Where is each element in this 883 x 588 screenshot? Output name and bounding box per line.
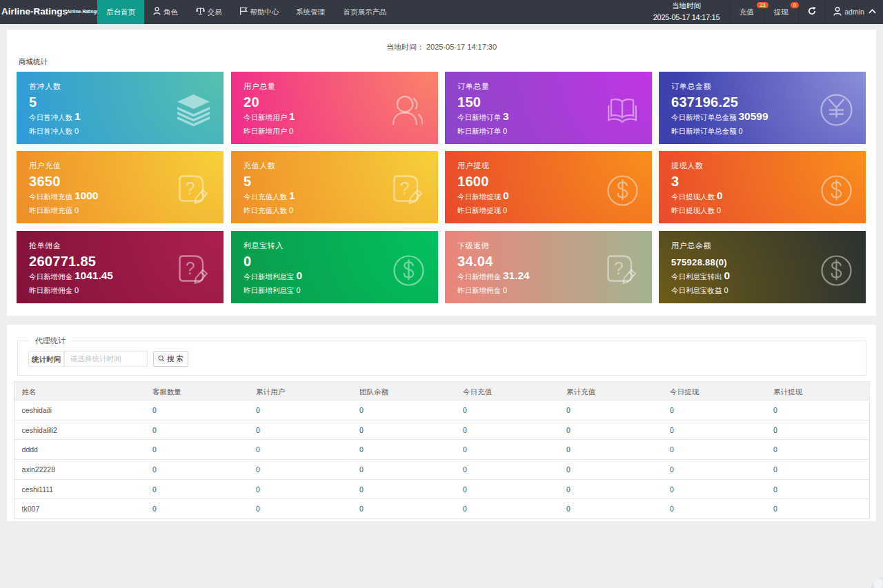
svg-text:?: ? <box>185 258 195 277</box>
svg-text:?: ? <box>399 178 409 197</box>
svg-text:?: ? <box>185 178 195 197</box>
svg-text:?: ? <box>613 258 623 277</box>
